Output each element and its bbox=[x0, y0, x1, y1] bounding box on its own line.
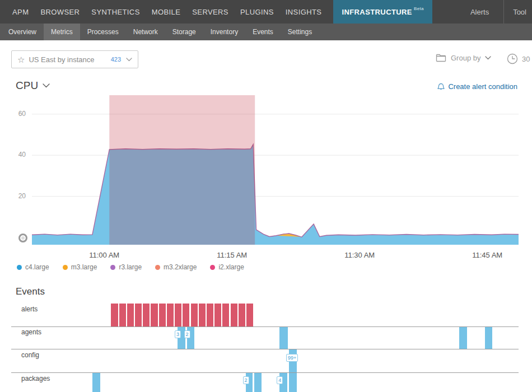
y-axis-label: 40 bbox=[10, 151, 26, 158]
event-bar[interactable] bbox=[485, 327, 493, 349]
nav-apm[interactable]: APM bbox=[12, 0, 29, 24]
events-timeline: alerts agents 32 config 99+ packages 24 bbox=[11, 301, 519, 392]
tab-storage[interactable]: Storage bbox=[165, 24, 203, 40]
cpu-title-label: CPU bbox=[16, 80, 38, 92]
alert-event-bar[interactable] bbox=[222, 304, 229, 326]
events-row-config: config 99+ bbox=[11, 349, 519, 373]
alert-event-bar[interactable] bbox=[159, 304, 166, 326]
x-axis-label: 11:30 AM bbox=[334, 251, 385, 259]
events-row-label: agents bbox=[21, 328, 41, 336]
star-icon[interactable]: ☆ bbox=[17, 55, 25, 64]
nav-mobile[interactable]: MOBILE bbox=[152, 0, 181, 24]
top-nav-right: Alerts Tool bbox=[459, 0, 532, 24]
chevron-down-icon bbox=[126, 58, 132, 62]
legend-label: r3.large bbox=[119, 263, 142, 271]
legend-label: i2.xlarge bbox=[218, 263, 244, 271]
nav-alerts[interactable]: Alerts bbox=[459, 0, 503, 24]
event-bar[interactable] bbox=[289, 373, 297, 392]
event-count-badge[interactable]: 2 bbox=[184, 330, 190, 338]
legend-dot bbox=[110, 265, 115, 270]
nav-browser[interactable]: BROWSER bbox=[40, 0, 80, 24]
chart-legend: c4.large m3.large r3.large m3.2xlarge i2… bbox=[17, 263, 244, 271]
legend-item-m3large[interactable]: m3.large bbox=[63, 263, 97, 271]
chart-drag-handle[interactable] bbox=[18, 234, 27, 242]
legend-label: c4.large bbox=[25, 263, 49, 271]
infrastructure-metrics-page: APM BROWSER SYNTHETICS MOBILE SERVERS PL… bbox=[0, 0, 532, 392]
events-row-packages: packages 24 bbox=[11, 373, 519, 392]
legend-dot bbox=[210, 265, 215, 270]
cpu-chart[interactable] bbox=[11, 95, 519, 245]
legend-label: m3.large bbox=[71, 263, 97, 271]
nav-insights[interactable]: INSIGHTS bbox=[286, 0, 322, 24]
legend-item-i2xlarge[interactable]: i2.xlarge bbox=[210, 263, 244, 271]
alert-event-bar[interactable] bbox=[119, 304, 126, 326]
alert-event-bar[interactable] bbox=[151, 304, 157, 326]
alert-event-bar[interactable] bbox=[127, 304, 134, 326]
alert-event-bar[interactable] bbox=[111, 304, 118, 326]
events-section-title: Events bbox=[16, 286, 45, 297]
legend-label: m3.2xlarge bbox=[164, 263, 197, 271]
events-row-alerts: alerts bbox=[11, 301, 519, 327]
alert-event-bar[interactable] bbox=[239, 304, 245, 326]
y-axis-label: 60 bbox=[10, 110, 26, 118]
event-count-badge[interactable]: 99+ bbox=[286, 354, 298, 362]
filter-count-badge: 423 bbox=[111, 56, 121, 63]
group-by-dropdown[interactable]: Group by bbox=[436, 54, 491, 62]
alert-event-bar[interactable] bbox=[214, 304, 221, 326]
time-range-label: 30 bbox=[522, 55, 530, 63]
alert-event-bar[interactable] bbox=[207, 304, 213, 326]
clock-icon bbox=[507, 53, 518, 64]
nav-synthetics[interactable]: SYNTHETICS bbox=[91, 0, 139, 24]
event-bar[interactable] bbox=[254, 373, 262, 392]
nav-infrastructure-active[interactable]: INFRASTRUCTURE Beta bbox=[333, 0, 432, 24]
group-by-label: Group by bbox=[451, 54, 480, 62]
x-axis-label: 11:45 AM bbox=[462, 251, 512, 259]
event-bar[interactable] bbox=[459, 327, 467, 349]
legend-dot bbox=[17, 265, 22, 270]
event-bar[interactable] bbox=[92, 373, 100, 392]
cpu-metric-dropdown[interactable]: CPU bbox=[16, 80, 50, 92]
create-alert-condition-link[interactable]: Create alert condition bbox=[437, 82, 517, 91]
bell-icon bbox=[437, 83, 445, 91]
legend-dot bbox=[63, 265, 68, 270]
tab-overview[interactable]: Overview bbox=[1, 24, 44, 40]
event-count-badge[interactable]: 2 bbox=[243, 376, 249, 384]
y-axis-label: 20 bbox=[10, 192, 26, 200]
beta-badge: Beta bbox=[414, 6, 424, 11]
nav-tools[interactable]: Tool bbox=[503, 0, 532, 24]
tab-network[interactable]: Network bbox=[126, 24, 165, 40]
event-count-badge[interactable]: 3 bbox=[175, 330, 181, 338]
event-count-badge[interactable]: 4 bbox=[277, 376, 283, 384]
tab-settings[interactable]: Settings bbox=[281, 24, 319, 40]
filter-name: US East by instance bbox=[29, 55, 110, 64]
nav-plugins[interactable]: PLUGINS bbox=[240, 0, 274, 24]
alert-event-bar[interactable] bbox=[246, 304, 253, 326]
alert-event-bar[interactable] bbox=[175, 304, 181, 326]
time-range-selector[interactable]: 30 bbox=[507, 53, 532, 64]
create-alert-label: Create alert condition bbox=[448, 82, 517, 91]
filter-selector[interactable]: ☆ US East by instance 423 bbox=[11, 50, 138, 68]
tab-inventory[interactable]: Inventory bbox=[203, 24, 245, 40]
tab-events[interactable]: Events bbox=[245, 24, 281, 40]
nav-servers[interactable]: SERVERS bbox=[192, 0, 228, 24]
alert-event-bar[interactable] bbox=[231, 304, 237, 326]
legend-item-c4large[interactable]: c4.large bbox=[17, 263, 49, 271]
alert-event-bar[interactable] bbox=[167, 304, 174, 326]
infrastructure-label: INFRASTRUCTURE bbox=[342, 8, 412, 16]
events-row-label: config bbox=[21, 351, 39, 359]
tab-metrics[interactable]: Metrics bbox=[44, 24, 80, 40]
event-bar[interactable] bbox=[279, 327, 288, 349]
alert-event-bar[interactable] bbox=[135, 304, 142, 326]
alert-event-bar[interactable] bbox=[183, 304, 189, 326]
sub-nav: Overview Metrics Processes Network Stora… bbox=[0, 24, 532, 40]
tab-processes[interactable]: Processes bbox=[80, 24, 126, 40]
x-axis-label: 11:15 AM bbox=[207, 251, 257, 259]
legend-item-m32xlarge[interactable]: m3.2xlarge bbox=[155, 263, 197, 271]
x-axis-label: 11:00 AM bbox=[79, 251, 129, 259]
legend-item-r3large[interactable]: r3.large bbox=[110, 263, 142, 271]
chevron-down-icon bbox=[43, 83, 50, 88]
alert-event-bar[interactable] bbox=[143, 304, 150, 326]
alert-event-bar[interactable] bbox=[191, 304, 198, 326]
top-nav: APM BROWSER SYNTHETICS MOBILE SERVERS PL… bbox=[0, 0, 532, 24]
alert-event-bar[interactable] bbox=[199, 304, 206, 326]
